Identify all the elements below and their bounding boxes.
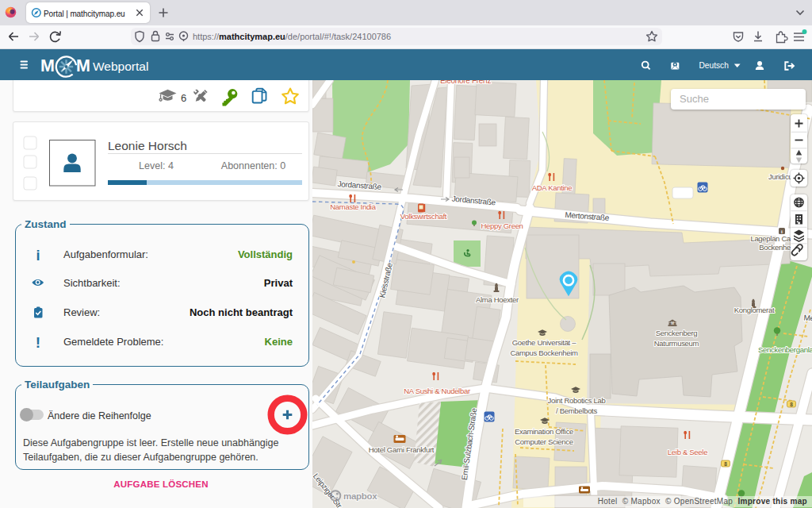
svg-text:mapbox: mapbox [343, 491, 377, 501]
svg-text:i: i [781, 229, 783, 234]
svg-text:https://mathcitymap.eu/de/port: https://mathcitymap.eu/de/portal/#!/task… [193, 32, 391, 41]
svg-text:Deutsch: Deutsch [699, 61, 729, 70]
svg-text:M: M [76, 56, 90, 75]
svg-text:Me: Me [803, 313, 812, 322]
svg-text:Examination Office: Examination Office [515, 427, 573, 436]
svg-text:Webportal: Webportal [93, 60, 148, 73]
svg-text:M: M [671, 321, 674, 325]
svg-text:Computer Science: Computer Science [515, 437, 573, 446]
svg-text:Volkswirtschaft: Volkswirtschaft [400, 212, 447, 221]
svg-text:Hotel © Mapbox © OpenStreetM: Hotel © Mapbox © OpenStreetMap Improve t… [598, 497, 807, 506]
svg-text:Bockenhe: Bockenhe [759, 243, 791, 252]
svg-text:Leib & Seele: Leib & Seele [668, 448, 707, 456]
svg-text:Konglomerat: Konglomerat [734, 306, 775, 314]
svg-text:Campus Bockenheim: Campus Bockenheim [510, 348, 578, 357]
svg-text:Lageplan Ca: Lageplan Ca [750, 234, 791, 243]
svg-text:Naturmuseum: Naturmuseum [654, 339, 699, 348]
svg-text:ADA Kantine: ADA Kantine [532, 183, 573, 192]
svg-text:Senckenberganlage: Senckenberganlage [758, 345, 812, 354]
svg-text:Eleonore Frenz: Eleonore Frenz [440, 80, 491, 85]
svg-text:Heppy Green: Heppy Green [481, 221, 523, 230]
svg-text:Goethe Universität –: Goethe Universität – [512, 338, 577, 347]
svg-text:Namaste India: Namaste India [330, 202, 376, 211]
svg-text:Hotel Garni Frankfurt: Hotel Garni Frankfurt [369, 445, 435, 454]
svg-text:NA Sushi & Nudelbar: NA Sushi & Nudelbar [404, 387, 470, 395]
svg-text:/ Bembelbots: / Bembelbots [556, 406, 597, 415]
svg-text:Senckenberg: Senckenberg [656, 329, 698, 337]
svg-text:Alma Hoexter: Alma Hoexter [476, 295, 519, 304]
svg-text:8: 8 [724, 461, 727, 467]
svg-text:Joint Robotics Lab: Joint Robotics Lab [548, 396, 606, 405]
svg-text:8: 8 [790, 402, 793, 407]
svg-text:6: 6 [181, 92, 186, 104]
svg-text:M: M [40, 56, 55, 75]
